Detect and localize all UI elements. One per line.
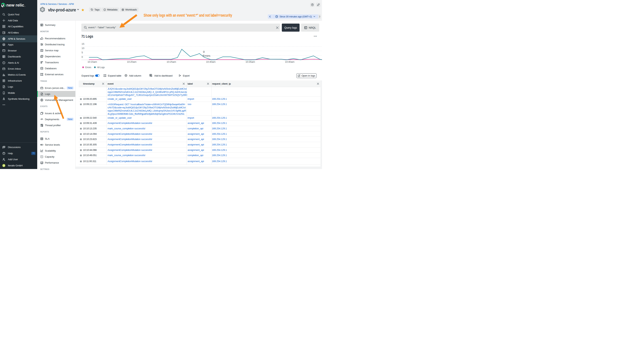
svg-text:new relic: new relic [6,3,24,8]
